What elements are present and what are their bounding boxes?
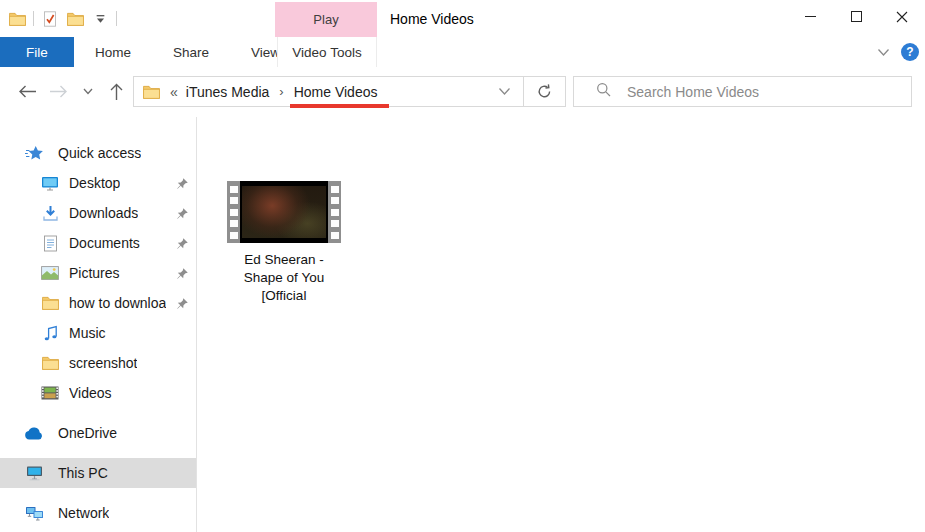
sidebar: Quick accessDesktopDownloadsDocumentsPic… [0, 117, 197, 532]
pictures-icon [40, 266, 60, 280]
properties-check-icon[interactable] [41, 10, 59, 28]
pin-icon [176, 207, 189, 220]
up-button[interactable] [102, 76, 130, 107]
video-frame [240, 181, 328, 243]
file-name: Ed Sheeran -Shape of You[Official [227, 251, 341, 305]
sidebar-item-label: Music [69, 325, 106, 341]
tab-home[interactable]: Home [74, 37, 152, 67]
recent-locations-button[interactable] [74, 76, 102, 107]
sidebar-item-label: Quick access [58, 145, 141, 161]
tab-video-tools[interactable]: Video Tools [277, 37, 377, 67]
back-button[interactable] [12, 76, 42, 107]
this-pc-icon [24, 465, 44, 481]
folder-icon [143, 85, 160, 99]
folder-icon [40, 296, 60, 310]
refresh-button[interactable] [523, 77, 565, 106]
window-controls [787, 0, 925, 33]
folder-icon [40, 356, 60, 370]
sidebar-item-documents[interactable]: Documents [0, 228, 196, 258]
onedrive-icon [24, 427, 44, 440]
search-input[interactable] [625, 83, 911, 101]
ribbon-tab-row: File HomeShareView Video Tools ? [0, 37, 925, 68]
explorer-window: Play Home Videos File HomeShareView Vide… [0, 0, 925, 532]
file-tile[interactable]: Ed Sheeran -Shape of You[Official [227, 181, 341, 305]
explorer-folder-icon[interactable] [8, 10, 26, 28]
sidebar-item-label: screenshot [69, 355, 137, 371]
search-box[interactable] [573, 76, 912, 107]
filmstrip-sprockets [227, 181, 240, 243]
sidebar-item-label: Pictures [69, 265, 120, 281]
network-icon [24, 506, 44, 521]
sidebar-item-label: Downloads [69, 205, 138, 221]
sidebar-item-quick-access[interactable]: Quick access [0, 138, 196, 168]
sidebar-item-label: how to downloa [69, 295, 166, 311]
pin-icon [176, 297, 189, 310]
breadcrumb-item-current[interactable]: Home Videos [294, 84, 378, 100]
nav-buttons [12, 76, 130, 107]
breadcrumb-separator[interactable]: › [279, 84, 283, 99]
sidebar-item-downloads[interactable]: Downloads [0, 198, 196, 228]
content-area[interactable]: Ed Sheeran -Shape of You[Official [197, 117, 925, 532]
sidebar-item-onedrive[interactable]: OneDrive [0, 418, 196, 448]
sidebar-item-music[interactable]: Music [0, 318, 196, 348]
contextual-group-play[interactable]: Play [275, 2, 377, 37]
sidebar-item-how-to-downloa[interactable]: how to downloa [0, 288, 196, 318]
separator [33, 11, 34, 26]
breadcrumb-item[interactable]: iTunes Media [186, 84, 270, 100]
address-bar[interactable]: « iTunes Media › Home Videos [133, 76, 566, 107]
forward-button[interactable] [42, 76, 74, 107]
main-area: Quick accessDesktopDownloadsDocumentsPic… [0, 117, 925, 532]
customize-quick-access-icon[interactable] [91, 10, 109, 28]
maximize-button[interactable] [833, 0, 879, 33]
sidebar-item-desktop[interactable]: Desktop [0, 168, 196, 198]
file-tab[interactable]: File [0, 37, 74, 67]
quick-access-toolbar [8, 0, 117, 37]
ribbon-collapse-icon[interactable] [877, 43, 890, 61]
sidebar-item-label: Desktop [69, 175, 120, 191]
minimize-button[interactable] [787, 0, 833, 33]
sidebar-item-videos[interactable]: Videos [0, 378, 196, 408]
documents-icon [40, 235, 60, 252]
sidebar-item-pictures[interactable]: Pictures [0, 258, 196, 288]
new-folder-icon[interactable] [66, 10, 84, 28]
address-dropdown-icon[interactable] [498, 87, 511, 96]
help-button[interactable]: ? [901, 43, 919, 61]
ribbon-right-controls: ? [877, 37, 919, 67]
ribbon-tabs: HomeShareView [74, 37, 301, 67]
search-icon [596, 82, 611, 101]
sidebar-item-label: OneDrive [58, 425, 117, 441]
title-bar: Play Home Videos [0, 0, 925, 37]
pin-icon [176, 237, 189, 250]
video-still [242, 186, 326, 238]
sidebar-item-screenshot[interactable]: screenshot [0, 348, 196, 378]
music-icon [40, 325, 60, 342]
sidebar-item-label: Documents [69, 235, 140, 251]
video-filmstrip-thumbnail [227, 181, 341, 243]
sidebar-item-label: Videos [69, 385, 112, 401]
separator [116, 11, 117, 26]
sidebar-item-label: Network [58, 505, 109, 521]
videos-icon [40, 386, 60, 400]
navigation-toolbar: « iTunes Media › Home Videos [0, 67, 925, 117]
sidebar-item-label: This PC [58, 465, 108, 481]
pin-icon [176, 177, 189, 190]
downloads-icon [40, 205, 60, 222]
desktop-icon [40, 175, 60, 191]
close-button[interactable] [879, 0, 925, 33]
quick-access-icon [24, 145, 44, 162]
tab-share[interactable]: Share [152, 37, 230, 67]
filmstrip-sprockets [328, 181, 341, 243]
pin-icon [176, 267, 189, 280]
breadcrumb-collapsed-indicator[interactable]: « [170, 84, 178, 100]
window-title: Home Videos [390, 0, 474, 37]
sidebar-item-network[interactable]: Network [0, 498, 196, 528]
sidebar-item-this-pc[interactable]: This PC [0, 458, 196, 488]
